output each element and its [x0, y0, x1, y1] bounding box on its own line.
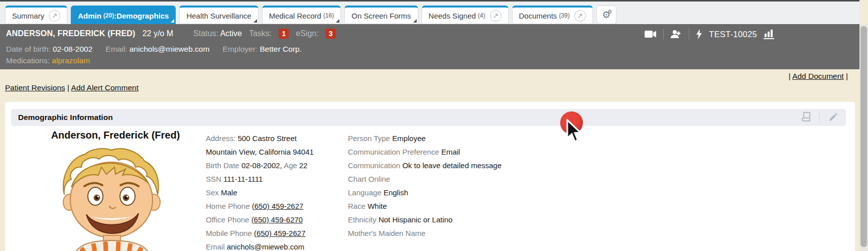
tab-count: (16) [323, 12, 334, 19]
patient-age-sex: 22 y/o M [143, 29, 173, 38]
tab-label: Health Surveillance [186, 12, 251, 20]
patient-photo [55, 147, 168, 251]
tab-count: (20) [103, 12, 114, 19]
demographics-info-column: Person Type Employee Communication Prefe… [348, 132, 519, 240]
esign-count-badge[interactable]: 3 [326, 29, 336, 39]
patient-name: ANDERSON, FREDERICK (FRED) [6, 29, 136, 38]
tab-needs-signed[interactable]: Needs Signed (4) ↗ [422, 6, 509, 24]
panel-title: Demographic Information [18, 113, 113, 122]
gear-icon: ⚙ [607, 9, 612, 15]
detail-row: Mountain View, California 94041 [206, 145, 346, 159]
panel-header: Demographic Information [11, 109, 846, 126]
info-row: Ethnicity Not Hispanic or Latino [348, 213, 519, 226]
add-person-icon[interactable] [670, 30, 682, 39]
esign-label: eSign: [296, 29, 318, 38]
separator: | [67, 83, 69, 92]
chevron-down-icon[interactable] [171, 19, 174, 23]
tab-label: Documents [519, 12, 557, 20]
detail-row: Email anichols@mieweb.com [206, 240, 346, 251]
dob-label: Date of birth: [6, 45, 51, 53]
detail-row: SSN 111-11-1111 [206, 172, 346, 186]
patient-revisions-link[interactable]: Patient Revisions [5, 83, 65, 92]
tab-medical-record[interactable]: Medical Record (16) [262, 6, 341, 24]
add-document-link[interactable]: Add Document [792, 72, 844, 80]
detail-row: Sex Male [206, 186, 346, 199]
tab-label: On Screen Forms [351, 12, 411, 20]
tab-summary[interactable]: Summary ↗ [5, 6, 67, 24]
patient-header-bar: ANDERSON, FREDERICK (FRED) 22 y/o M Stat… [0, 24, 859, 69]
popout-icon[interactable]: ↗ [490, 10, 502, 22]
tab-health-surveillance[interactable]: Health Surveillance [179, 6, 258, 24]
dob-value: 02-08-2002 [53, 45, 92, 53]
info-row: Race White [348, 199, 519, 213]
info-row: Person Type Employee [348, 132, 519, 145]
tab-documents[interactable]: Documents (39) ↗ [512, 6, 593, 24]
revision-book-icon[interactable] [798, 112, 814, 123]
office-phone-link[interactable]: (650) 459-6270 [252, 215, 303, 224]
info-row: Chart Online [348, 172, 519, 186]
tab-suffix: :Demographics [114, 12, 169, 20]
medications-label: Medications: [6, 56, 50, 65]
mobile-phone-link[interactable]: (650) 459-2627 [254, 229, 306, 237]
chart-id: TEST-10025 [709, 30, 757, 39]
popout-icon[interactable]: ↗ [574, 10, 586, 22]
chevron-down-icon[interactable] [254, 19, 257, 23]
tab-admin-demographics[interactable]: Admin (20) :Demographics [71, 6, 176, 24]
lightning-bolt-icon[interactable] [696, 29, 702, 39]
chevron-down-icon[interactable] [413, 19, 417, 23]
home-phone-link[interactable]: (650) 459-2627 [252, 202, 304, 210]
separator: | [846, 72, 848, 80]
add-alert-comment-link[interactable]: Add Alert Comment [71, 83, 139, 92]
tab-count: (4) [478, 12, 485, 19]
tab-count: (39) [559, 12, 569, 19]
separator: | [789, 72, 791, 80]
info-row: Mother's Maiden Name [348, 226, 519, 240]
employer-value: Better Corp. [260, 45, 302, 53]
status-label: Status: [193, 29, 218, 38]
email-value: anichols@mieweb.com [130, 45, 210, 53]
tab-label: Needs Signed [429, 12, 476, 20]
info-row: Communication Ok to leave detailed messa… [348, 159, 519, 172]
email-label: Email: [105, 45, 127, 53]
demographics-panel: Demographic Information Anderson, Freder… [5, 102, 855, 251]
tab-label: Admin [78, 12, 101, 20]
chart-tab-bar: Summary ↗ Admin (20) :Demographics Healt… [0, 0, 859, 24]
edit-pencil-icon[interactable] [825, 112, 841, 122]
detail-row: Mobile Phone (650) 459-2627 [206, 226, 346, 240]
tab-label: Summary [12, 12, 44, 20]
tab-label: Medical Record [269, 12, 321, 20]
scrollbar-thumb[interactable] [860, 26, 867, 247]
divider [819, 111, 820, 124]
add-document-row: | Add Document | [789, 72, 848, 81]
info-row: Communication Preference Email [348, 145, 519, 159]
patient-links-row: Patient Revisions | Add Alert Comment [5, 83, 139, 92]
demographics-patient-name: Anderson, Frederick (Fred) [33, 130, 198, 141]
info-row: Language English [348, 186, 519, 199]
mouse-cursor [566, 119, 583, 145]
scrollbar[interactable] [859, 24, 868, 251]
demographics-detail-column: Address: 500 Castro Street Mountain View… [206, 132, 346, 251]
popout-icon[interactable]: ↗ [49, 10, 60, 22]
tasks-count-badge[interactable]: 1 [279, 29, 289, 39]
chevron-down-icon[interactable] [336, 19, 339, 23]
detail-row: Birth Date 02-08-2002, Age 22 [206, 159, 346, 172]
flowsheet-chart-icon[interactable] [764, 29, 775, 39]
detail-row: Address: 500 Castro Street [206, 132, 346, 145]
tasks-label: Tasks: [249, 29, 272, 38]
medications-value: alprazolam [52, 56, 90, 65]
tab-settings-button[interactable]: ⚙ ⚙ [596, 6, 616, 24]
detail-row: Office Phone (650) 459-6270 [206, 213, 346, 226]
employer-label: Employer: [222, 45, 258, 53]
detail-row: Home Phone (650) 459-2627 [206, 199, 346, 213]
status-value: Active [220, 29, 242, 38]
video-camera-icon[interactable] [645, 30, 657, 38]
divider [689, 29, 689, 40]
tab-on-screen-forms[interactable]: On Screen Forms [344, 6, 418, 24]
divider [663, 29, 664, 40]
